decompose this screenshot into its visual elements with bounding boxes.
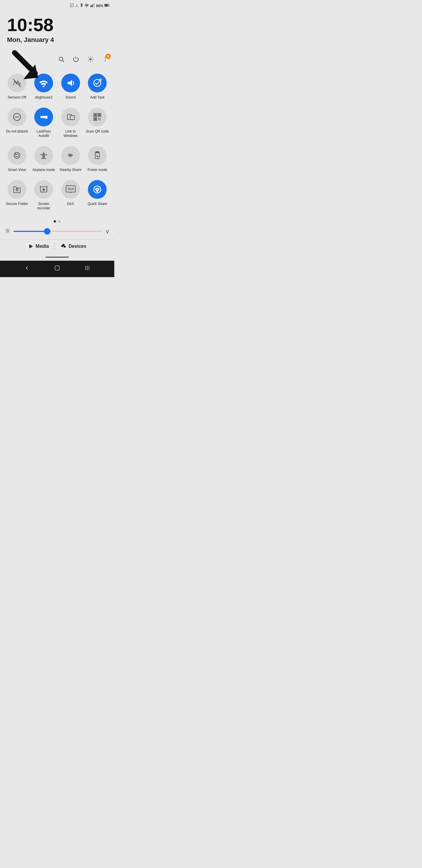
devices-label: Devices — [69, 244, 87, 249]
battery-percent: 80% — [96, 4, 103, 8]
svg-text:N: N — [71, 5, 72, 6]
tile-link-windows[interactable]: Link to Windows — [57, 104, 84, 143]
link-windows-icon — [61, 107, 80, 126]
svg-rect-38 — [94, 114, 96, 116]
svg-rect-10 — [105, 4, 108, 6]
svg-text:DeX: DeX — [68, 187, 74, 191]
dot-2 — [58, 220, 61, 223]
home-bar — [45, 256, 69, 258]
tile-airplane[interactable]: Airplane mode — [30, 143, 58, 177]
time-display: 10:58 — [7, 15, 107, 35]
power-mode-label: Power mode — [88, 168, 107, 173]
svg-point-68 — [7, 229, 9, 232]
tile-lastpass[interactable]: LastPass Autofill — [30, 104, 58, 143]
smart-view-icon — [8, 146, 26, 165]
tile-dex[interactable]: DeX DeX — [57, 177, 84, 215]
brightness-thumb[interactable] — [44, 228, 51, 235]
airplane-icon — [34, 146, 53, 165]
settings-button[interactable] — [86, 55, 95, 65]
wifi-icon — [85, 3, 89, 8]
tile-power-mode[interactable]: Power mode — [84, 143, 111, 177]
svg-rect-6 — [93, 3, 94, 7]
scan-qr-label: Scan QR code — [86, 129, 109, 134]
svg-rect-34 — [70, 116, 74, 120]
lastpass-icon — [34, 107, 53, 126]
dot-1 — [54, 220, 56, 223]
nearby-share-icon — [61, 146, 80, 165]
dnd-icon — [8, 107, 26, 126]
notification-badge: N — [105, 54, 111, 59]
brightness-icon — [5, 228, 10, 235]
svg-line-59 — [40, 186, 40, 187]
bluetooth-icon — [80, 3, 83, 8]
svg-rect-5 — [92, 4, 93, 7]
quick-share-label: Quick Share — [88, 202, 107, 207]
search-button[interactable] — [57, 55, 66, 65]
tile-screen-recorder[interactable]: Screen recorder — [30, 177, 58, 215]
svg-rect-57 — [16, 189, 18, 191]
sensors-off-label: Sensors Off — [8, 95, 26, 100]
recent-button[interactable] — [84, 265, 91, 273]
bottom-media-bar: Media Devices — [0, 239, 114, 255]
date-display: Mon, January 4 — [7, 36, 107, 44]
svg-point-18 — [105, 61, 106, 62]
power-mode-icon — [88, 146, 107, 165]
svg-rect-9 — [109, 5, 109, 6]
svg-marker-21 — [68, 80, 72, 86]
svg-rect-43 — [98, 119, 99, 120]
svg-rect-44 — [100, 119, 100, 120]
svg-line-74 — [9, 232, 10, 233]
svg-rect-32 — [45, 116, 47, 119]
home-indicator — [0, 255, 114, 261]
svg-line-60 — [47, 186, 47, 187]
svg-rect-41 — [98, 118, 99, 119]
svg-point-15 — [90, 58, 91, 60]
sound-icon — [61, 73, 80, 92]
svg-rect-3 — [90, 6, 91, 7]
svg-rect-55 — [95, 152, 99, 159]
more-button[interactable]: N — [101, 55, 109, 65]
alert-icon: ⚠ — [75, 3, 78, 8]
secure-folder-label: Secure Folder — [6, 202, 28, 207]
screen-recorder-icon — [34, 180, 53, 199]
svg-point-30 — [42, 116, 45, 118]
doghouse2-label: doghouse2 — [35, 95, 53, 100]
tile-do-not-disturb[interactable]: Do not disturb — [3, 104, 30, 143]
home-button[interactable] — [54, 265, 60, 273]
tile-add-task[interactable]: Add Task — [84, 70, 111, 104]
tile-scan-qr[interactable]: Scan QR code — [84, 104, 111, 143]
svg-rect-80 — [62, 244, 64, 246]
qr-icon — [88, 107, 107, 126]
tile-secure-folder[interactable]: Secure Folder — [3, 177, 30, 215]
dex-label: DeX — [67, 202, 74, 207]
nearby-share-label: Nearby Share — [60, 168, 82, 173]
svg-rect-42 — [100, 118, 100, 119]
screen-recorder-label: Screen recorder — [32, 202, 56, 211]
tile-smart-view[interactable]: Smart View — [3, 143, 30, 177]
brightness-expand-btn[interactable]: ∨ — [105, 228, 109, 235]
tile-nearby-share[interactable]: Nearby Share — [57, 143, 84, 177]
dnd-label: Do not disturb — [6, 129, 28, 134]
svg-point-20 — [43, 86, 44, 87]
airplane-label: Airplane mode — [33, 168, 55, 173]
media-divider — [55, 243, 55, 250]
back-button[interactable] — [24, 265, 30, 273]
brightness-row: ∨ — [0, 227, 114, 239]
lastpass-label: LastPass Autofill — [32, 129, 56, 138]
svg-rect-39 — [98, 114, 100, 116]
power-button[interactable] — [71, 55, 80, 65]
tile-sound[interactable]: Sound — [57, 70, 84, 104]
add-task-label: Add Task — [90, 95, 105, 100]
time-section: 10:58 Mon, January 4 — [0, 10, 114, 46]
secure-folder-icon — [8, 180, 26, 199]
dex-icon: DeX — [61, 180, 80, 199]
devices-button[interactable]: Devices — [56, 243, 91, 250]
pagination-dots — [0, 217, 114, 227]
brightness-track[interactable] — [13, 231, 102, 232]
svg-marker-61 — [43, 188, 46, 191]
svg-line-76 — [9, 229, 10, 229]
svg-point-67 — [97, 190, 98, 191]
tile-quick-share[interactable]: Quick Share — [84, 177, 111, 215]
media-button[interactable]: Media — [24, 243, 54, 250]
quick-tiles-grid: Sensors Off doghouse2 Sound — [0, 68, 114, 217]
